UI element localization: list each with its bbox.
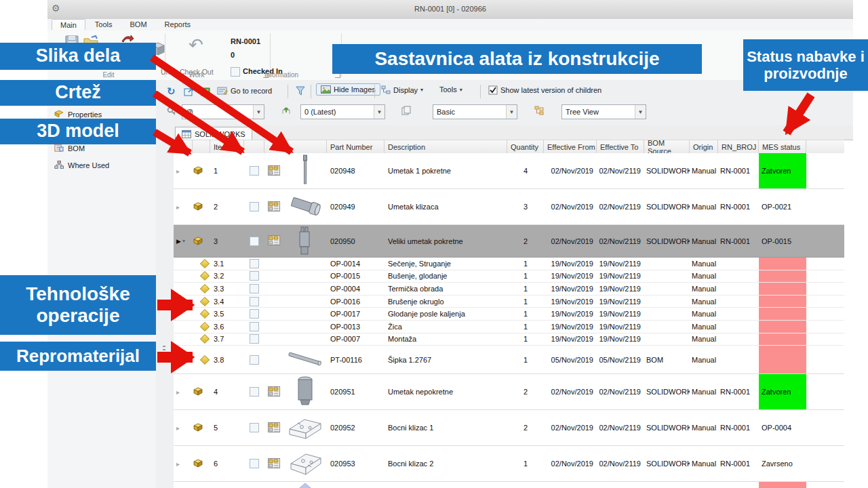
bom-row-3.3[interactable]: 3.3OP-0004Termička obrada119/Nov/201919/… <box>174 283 844 296</box>
drawing-cell[interactable] <box>264 321 283 333</box>
expand-icon[interactable]: ▸ <box>176 460 180 468</box>
expander-cell[interactable]: ▸ <box>174 189 193 224</box>
drawing-cell[interactable] <box>264 189 283 224</box>
drawing-cell[interactable] <box>264 296 283 308</box>
drawing-cell[interactable] <box>264 346 283 373</box>
search-combobox[interactable]: @▼ <box>182 104 264 119</box>
row-checkbox[interactable] <box>250 309 259 319</box>
drawing-cell[interactable] <box>264 410 283 445</box>
sidebar-item-bom[interactable]: BOM <box>54 144 85 153</box>
bom-row-partial[interactable] <box>174 482 844 488</box>
expand-icon[interactable]: ▸ <box>176 424 180 432</box>
bom-row-6[interactable]: ▸6020953Bocni klizac 2102/Nov/201902/Nov… <box>174 446 844 482</box>
bom-row-3.4[interactable]: 3.4OP-0016Brušenje okruglo119/Nov/201919… <box>174 296 844 308</box>
drawing-icon[interactable] <box>268 235 280 247</box>
expander-cell[interactable] <box>174 308 193 320</box>
filter-icon[interactable] <box>295 86 306 96</box>
expander-cell[interactable] <box>174 270 193 283</box>
version-combobox[interactable]: 0 (Latest)▼ <box>300 104 385 119</box>
expander-cell[interactable] <box>174 482 193 488</box>
checkbox-cell[interactable] <box>244 482 264 488</box>
checkbox-cell[interactable] <box>244 446 264 481</box>
row-checkbox[interactable] <box>250 334 259 344</box>
row-checkbox[interactable] <box>250 459 259 468</box>
expander-cell[interactable] <box>174 258 193 270</box>
checkbox-cell[interactable] <box>244 374 264 409</box>
hide-images-button[interactable]: Hide Images <box>316 83 380 96</box>
expander-cell[interactable] <box>174 321 193 333</box>
show-latest-checkbox[interactable]: Show latest version of children <box>488 85 601 95</box>
checkbox-cell[interactable] <box>244 283 264 295</box>
checkbox-cell[interactable] <box>244 270 264 283</box>
header-effective-to[interactable]: Effective To <box>597 140 644 153</box>
drawing-cell[interactable] <box>264 374 283 409</box>
header-bom-source[interactable]: BOM Source <box>644 140 690 153</box>
header-origin[interactable]: Origin <box>690 140 718 153</box>
ribbon-tab-main[interactable]: Main <box>52 19 85 30</box>
header-rn-broj[interactable]: RN_BROJ <box>718 140 759 153</box>
expander-cell[interactable]: ▸ <box>174 446 193 481</box>
checkbox-cell[interactable] <box>244 296 264 308</box>
tools-menu[interactable]: Tools▾ <box>439 85 462 94</box>
row-checkbox[interactable] <box>250 423 259 432</box>
drawing-icon[interactable] <box>268 201 280 213</box>
bom-row-3.7[interactable]: 3.7OP-0007Montaža119/Nov/201919/Nov/2119… <box>174 333 844 346</box>
expand-icon[interactable]: ▸ <box>176 167 180 175</box>
ribbon-tab-reports[interactable]: Reports <box>157 19 199 30</box>
view-combobox[interactable]: Basic▼ <box>433 104 517 119</box>
header-quantity[interactable]: Quantity <box>507 140 544 153</box>
bom-row-4[interactable]: ▸4020951Umetak nepokretne202/Nov/201902/… <box>174 374 844 410</box>
expand-icon[interactable]: ▸ <box>176 388 180 396</box>
header-part-number[interactable]: Part Number <box>327 140 384 153</box>
expander-cell[interactable] <box>174 333 193 346</box>
checkbox-cell[interactable] <box>244 153 264 188</box>
drawing-cell[interactable] <box>264 333 283 346</box>
bom-row-2[interactable]: ▸2020949Umetak klizaca302/Nov/201902/Nov… <box>174 189 844 225</box>
checkbox-cell[interactable] <box>244 321 264 333</box>
bom-row-3[interactable]: ▶▾3020950Veliki umetak pokretne202/Nov/2… <box>174 225 844 258</box>
checkbox-cell[interactable] <box>244 225 264 257</box>
checkbox-cell[interactable] <box>244 308 264 320</box>
drawing-cell[interactable] <box>264 258 283 270</box>
drawing-icon[interactable] <box>268 165 280 177</box>
bom-row-3.6[interactable]: 3.6OP-0013Žica119/Nov/201919/Nov/2119Man… <box>174 321 844 333</box>
record-cube-icon[interactable] <box>201 87 210 96</box>
row-checkbox[interactable] <box>250 259 259 268</box>
mode-combobox[interactable]: Tree View▼ <box>561 104 646 119</box>
row-checkbox[interactable] <box>250 322 259 331</box>
bom-row-1[interactable]: ▸1020948Umetak 1 pokretne402/Nov/201902/… <box>174 153 844 189</box>
work-group-launcher[interactable] <box>263 73 269 78</box>
drawing-icon[interactable] <box>268 386 280 398</box>
header-description[interactable]: Description <box>384 140 507 153</box>
checkbox-cell[interactable] <box>244 333 264 346</box>
open-in-window-icon[interactable] <box>184 87 194 96</box>
display-menu[interactable]: Display▾ <box>381 85 423 94</box>
sidebar-item-properties[interactable]: Properties <box>54 110 102 119</box>
bom-row-3.2[interactable]: 3.2OP-0015Bušenje, glodanje119/Nov/20191… <box>174 270 844 283</box>
drawing-cell[interactable] <box>264 283 283 295</box>
tab-solidworks[interactable]: SOLIDWORKS <box>175 127 252 140</box>
sidebar-item-where-used[interactable]: Where Used <box>54 161 109 170</box>
row-checkbox[interactable] <box>250 297 259 306</box>
checkbox-cell[interactable] <box>244 410 264 445</box>
row-checkbox[interactable] <box>250 387 259 396</box>
expander-cell[interactable]: ▸ <box>174 374 193 409</box>
drawing-icon[interactable] <box>268 422 280 434</box>
drawing-cell[interactable] <box>264 153 283 188</box>
header-effective-from[interactable]: Effective From <box>544 140 597 153</box>
header-item[interactable]: Item <box>210 140 244 153</box>
checkbox-cell[interactable] <box>244 346 264 373</box>
bom-row-3.8[interactable]: 3.8PT-00116Šipka 1.2767105/Nov/201905/No… <box>174 346 844 374</box>
expander-cell[interactable]: ▸ <box>174 153 193 188</box>
splitter-grip[interactable] <box>163 346 165 361</box>
row-checkbox[interactable] <box>250 237 259 246</box>
go-to-record-button[interactable]: Go to record <box>217 86 272 96</box>
ribbon-tab-tools[interactable]: Tools <box>87 19 121 30</box>
drawing-cell[interactable] <box>264 270 283 283</box>
expander-cell[interactable] <box>174 283 193 295</box>
row-checkbox[interactable] <box>250 202 259 211</box>
drawing-cell[interactable] <box>264 482 283 488</box>
drawing-cell[interactable] <box>264 446 283 481</box>
bom-row-3.5[interactable]: 3.5OP-0017Glodanje posle kaljenja119/Nov… <box>174 308 844 321</box>
checkbox-cell[interactable] <box>244 189 264 224</box>
